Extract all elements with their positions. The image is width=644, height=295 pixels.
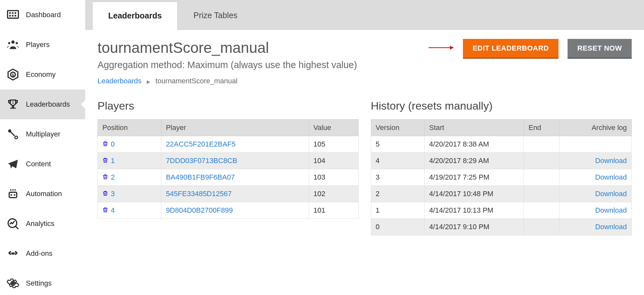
history-col-end: End xyxy=(524,120,559,136)
reset-now-button[interactable]: RESET NOW xyxy=(568,39,632,58)
analytics-icon xyxy=(6,217,20,231)
sidebar-item-multiplayer[interactable]: Multiplayer xyxy=(0,119,85,149)
breadcrumb-current: tournamentScore_manual xyxy=(155,77,237,85)
economy-icon xyxy=(6,67,20,82)
settings-icon xyxy=(6,276,20,290)
delete-row-button[interactable] xyxy=(102,173,108,182)
sidebar-item-automation[interactable]: Automation xyxy=(0,179,85,209)
addons-icon xyxy=(6,246,20,261)
sidebar: DashboardPlayersEconomyLeaderboardsMulti… xyxy=(0,0,85,295)
sidebar-item-addons[interactable]: Add-ons xyxy=(0,239,85,268)
table-row: 1 7DDD03F0713BC8CB 104 xyxy=(98,153,359,169)
value-cell: 104 xyxy=(309,153,358,169)
history-section: History (resets manually) Version Start … xyxy=(371,100,632,235)
end-cell xyxy=(524,186,559,202)
trash-icon xyxy=(102,174,108,180)
leaderboards-icon xyxy=(6,97,20,112)
breadcrumb-separator-icon: ▶ xyxy=(147,79,150,84)
position-link[interactable]: 2 xyxy=(111,173,115,182)
position-link[interactable]: 1 xyxy=(111,157,115,165)
delete-row-button[interactable] xyxy=(102,206,108,215)
sidebar-item-label: Multiplayer xyxy=(26,130,60,138)
content-icon xyxy=(6,157,20,171)
tab-leaderboards[interactable]: Leaderboards xyxy=(92,2,178,30)
sidebar-item-label: Automation xyxy=(26,190,62,198)
start-cell: 4/14/2017 10:13 PM xyxy=(424,202,524,219)
sidebar-item-label: Economy xyxy=(26,70,56,79)
main-area: LeaderboardsPrize Tables tournamentScore… xyxy=(85,0,644,295)
history-col-start: Start xyxy=(424,120,524,136)
sidebar-item-players[interactable]: Players xyxy=(0,30,85,60)
table-row: 2 4/14/2017 10:48 PM Download xyxy=(371,186,632,202)
tab-prize-tables[interactable]: Prize Tables xyxy=(178,1,253,30)
sidebar-item-dashboard[interactable]: Dashboard xyxy=(0,0,85,30)
player-link[interactable]: 545FE33485D12567 xyxy=(166,190,232,198)
table-row: 5 4/20/2017 8:38 AM xyxy=(371,136,632,153)
edit-leaderboard-button[interactable]: EDIT LEADERBOARD xyxy=(463,39,558,58)
sidebar-item-label: Players xyxy=(26,41,50,49)
download-link[interactable]: Download xyxy=(595,223,627,231)
page-subtitle: Aggregation method: Maximum (always use … xyxy=(98,60,357,70)
version-cell: 5 xyxy=(371,136,424,153)
players-heading: Players xyxy=(98,100,359,112)
player-link[interactable]: 9D804D0B2700F899 xyxy=(166,206,233,214)
trash-icon xyxy=(102,141,108,147)
version-cell: 3 xyxy=(371,169,424,186)
players-col-value: Value xyxy=(309,120,358,136)
table-row: 2 BA490B1FB9F6BA07 103 xyxy=(98,169,359,186)
download-link[interactable]: Download xyxy=(595,157,627,165)
end-cell xyxy=(524,169,559,186)
end-cell xyxy=(524,219,559,235)
sidebar-item-label: Content xyxy=(26,160,51,168)
position-link[interactable]: 3 xyxy=(111,190,115,198)
end-cell xyxy=(524,136,559,153)
players-section: Players Position Player Value 0 22ACC5F2… xyxy=(98,100,359,235)
sidebar-item-analytics[interactable]: Analytics xyxy=(0,209,85,239)
start-cell: 4/20/2017 8:29 AM xyxy=(424,153,524,169)
value-cell: 101 xyxy=(309,202,358,219)
version-cell: 4 xyxy=(371,153,424,169)
sidebar-item-settings[interactable]: Settings xyxy=(0,268,85,295)
dashboard-icon xyxy=(6,8,20,22)
sidebar-item-content[interactable]: Content xyxy=(0,149,85,179)
players-icon xyxy=(6,38,20,52)
table-row: 1 4/14/2017 10:13 PM Download xyxy=(371,202,632,219)
download-link[interactable]: Download xyxy=(595,190,627,198)
sidebar-item-label: Leaderboards xyxy=(26,100,70,109)
version-cell: 2 xyxy=(371,186,424,202)
sidebar-item-label: Add-ons xyxy=(26,249,52,258)
sidebar-item-economy[interactable]: Economy xyxy=(0,60,85,89)
download-link[interactable]: Download xyxy=(595,173,627,181)
version-cell: 1 xyxy=(371,202,424,219)
end-cell xyxy=(524,202,559,219)
version-cell: 0 xyxy=(371,219,424,235)
tab-bar: LeaderboardsPrize Tables xyxy=(85,0,644,30)
players-col-player: Player xyxy=(161,120,309,136)
automation-icon xyxy=(6,187,20,201)
delete-row-button[interactable] xyxy=(102,157,108,165)
sidebar-item-label: Settings xyxy=(26,279,52,288)
player-link[interactable]: 7DDD03F0713BC8CB xyxy=(166,157,237,165)
players-col-position: Position xyxy=(98,120,161,136)
delete-row-button[interactable] xyxy=(102,140,108,148)
breadcrumb-root-link[interactable]: Leaderboards xyxy=(98,77,142,85)
position-link[interactable]: 0 xyxy=(111,140,115,148)
table-row: 3 545FE33485D12567 102 xyxy=(98,186,359,202)
player-link[interactable]: 22ACC5F201E2BAF5 xyxy=(166,140,236,148)
download-link[interactable]: Download xyxy=(595,206,627,214)
end-cell xyxy=(524,153,559,169)
trash-icon xyxy=(102,157,108,163)
delete-row-button[interactable] xyxy=(102,190,108,198)
sidebar-item-leaderboards[interactable]: Leaderboards xyxy=(0,89,85,119)
history-heading: History (resets manually) xyxy=(371,100,632,112)
position-link[interactable]: 4 xyxy=(111,206,115,215)
start-cell: 4/20/2017 8:38 AM xyxy=(424,136,524,153)
trash-icon xyxy=(102,207,108,213)
history-col-archive: Archive log xyxy=(559,120,632,136)
value-cell: 102 xyxy=(309,186,358,202)
start-cell: 4/19/2017 7:25 PM xyxy=(424,169,524,186)
player-link[interactable]: BA490B1FB9F6BA07 xyxy=(166,173,235,181)
table-row: 4 9D804D0B2700F899 101 xyxy=(98,202,359,219)
start-cell: 4/14/2017 9:10 PM xyxy=(424,219,524,235)
svg-marker-28 xyxy=(450,46,454,50)
